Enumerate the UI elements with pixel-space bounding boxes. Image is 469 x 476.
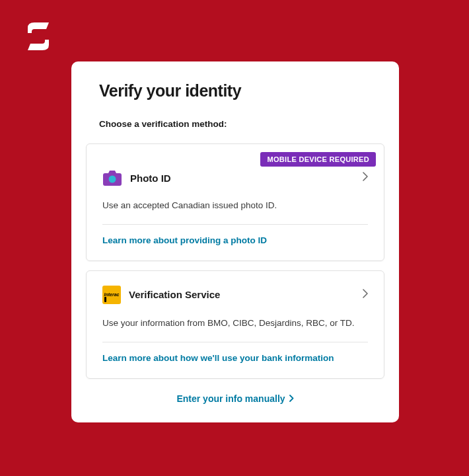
verification-card: Verify your identity Choose a verificati…: [71, 61, 399, 422]
option-description: Use your information from BMO, CIBC, Des…: [102, 317, 368, 330]
chevron-right-icon: [363, 289, 368, 301]
page-title: Verify your identity: [99, 81, 371, 100]
option-verification-service[interactable]: Interac Verification Service Use your in…: [86, 270, 384, 379]
chevron-right-icon: [363, 172, 368, 184]
option-header: Interac Verification Service: [102, 286, 368, 304]
option-photo-id[interactable]: MOBILE DEVICE REQUIRED Photo ID Use an a…: [86, 143, 384, 261]
manual-link-label: Enter your info manually: [176, 393, 285, 404]
scotiabank-logo: [24, 20, 53, 53]
enter-info-manually-link[interactable]: Enter your info manually: [99, 393, 371, 404]
option-title: Verification Service: [129, 289, 220, 300]
chevron-right-icon: [289, 395, 294, 402]
learn-more-bank-info-link[interactable]: Learn more about how we'll use your bank…: [102, 353, 334, 363]
learn-more-photo-id-link[interactable]: Learn more about providing a photo ID: [102, 235, 267, 245]
page-subtitle: Choose a verification method:: [99, 119, 371, 129]
option-title: Photo ID: [130, 173, 171, 184]
camera-icon: [102, 169, 122, 186]
option-description: Use an accepted Canadian issued photo ID…: [102, 200, 368, 212]
svg-point-0: [109, 176, 116, 183]
mobile-required-badge: MOBILE DEVICE REQUIRED: [260, 152, 376, 167]
interac-icon: Interac: [102, 286, 121, 304]
option-header: Photo ID: [102, 169, 368, 186]
divider: [102, 224, 368, 225]
divider: [102, 342, 368, 342]
